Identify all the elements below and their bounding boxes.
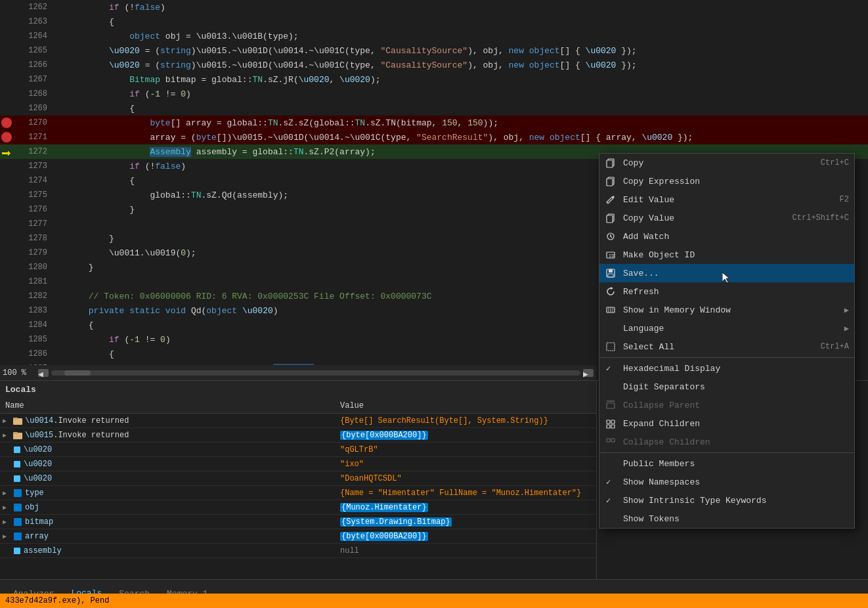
local-name-text-invoke1: \u0014.Invoke returned bbox=[25, 416, 129, 425]
menu-item-show-tokens[interactable]: Show Tokens bbox=[599, 510, 854, 528]
show-namespaces-label: Show Namespaces bbox=[623, 477, 849, 487]
expand-arrow-bitmap[interactable]: ▶ bbox=[3, 518, 11, 526]
line-content-1272: Assembly assembly = global::TN.sZ.P2(arr… bbox=[53, 147, 376, 157]
code-line-1270[interactable]: 1270 byte[] array = global::TN.sZ.sZ(glo… bbox=[0, 116, 868, 130]
local-row-u0020-1[interactable]: \u0020 "qGLTrB" bbox=[0, 443, 596, 457]
local-row-array[interactable]: ▶ array {byte[0x000BA200]} bbox=[0, 529, 596, 544]
scrollbar-thumb[interactable] bbox=[64, 370, 91, 376]
copy-expression-label: Copy Expression bbox=[623, 177, 849, 186]
expand-arrow-invoke1[interactable]: ▶ bbox=[3, 417, 11, 425]
code-line-1266[interactable]: 1266 \u0020 = (string)\u0015.~\u001D(\u0… bbox=[0, 58, 868, 72]
expand-arrow-type[interactable]: ▶ bbox=[3, 489, 11, 497]
local-row-assembly[interactable]: assembly null bbox=[0, 544, 596, 558]
show-intrinsic-label: Show Intrinsic Type Keywords bbox=[623, 496, 849, 506]
select-all-shortcut: Ctrl+A bbox=[821, 342, 849, 351]
line-content-1274: { bbox=[53, 176, 135, 186]
local-name-invoke1: ▶ \u0014.Invoke returned bbox=[0, 416, 335, 425]
menu-item-expand-children[interactable]: Expand Children bbox=[599, 414, 854, 433]
menu-item-edit-value[interactable]: Edit Value F2 bbox=[599, 190, 854, 209]
line-gutter-1275: 1275 bbox=[0, 190, 53, 200]
menu-item-show-in-memory[interactable]: Show in Memory Window ▶ bbox=[599, 301, 854, 319]
svg-rect-24 bbox=[609, 269, 613, 272]
local-name-type: ▶ type bbox=[0, 489, 335, 498]
menu-item-save[interactable]: Save... bbox=[599, 264, 854, 282]
code-line-1271[interactable]: 1271 array = (byte[])\u0015.~\u001D(\u00… bbox=[0, 130, 868, 144]
line-gutter-1279: 1279 bbox=[0, 248, 53, 257]
menu-separator-2 bbox=[599, 452, 854, 453]
code-line-1268[interactable]: 1268 if (-1 != 0) bbox=[0, 87, 868, 101]
local-row-invoke2[interactable]: ▶ \u0015.Invoke returned {byte[0x000BA20… bbox=[0, 428, 596, 443]
menu-item-add-watch[interactable]: Add Watch bbox=[599, 227, 854, 246]
refresh-icon bbox=[605, 286, 617, 297]
copy-label: Copy bbox=[623, 158, 810, 168]
svg-rect-9 bbox=[14, 518, 22, 526]
line-gutter-1274: 1274 bbox=[0, 176, 53, 185]
breakpoint-indicator-1271[interactable] bbox=[1, 132, 12, 142]
local-name-text-u0020-1: \u0020 bbox=[24, 445, 52, 454]
line-content-1267: Bitmap bitmap = global::TN.sZ.jR(\u0020,… bbox=[53, 75, 381, 85]
svg-rect-4 bbox=[14, 446, 20, 453]
breakpoint-indicator-1270[interactable] bbox=[1, 118, 12, 128]
menu-item-collapse-children: Collapse Children bbox=[599, 433, 854, 451]
collapse-parent-icon bbox=[605, 399, 617, 411]
local-row-invoke1[interactable]: ▶ \u0014.Invoke returned {Byte[] SearchR… bbox=[0, 414, 596, 428]
menu-item-show-namespaces[interactable]: ✓ Show Namespaces bbox=[599, 473, 854, 491]
collapse-children-label: Collapse Children bbox=[623, 437, 849, 447]
edit-value-icon bbox=[605, 194, 617, 206]
scroll-left-btn[interactable]: ◀ bbox=[38, 369, 49, 377]
menu-item-show-intrinsic[interactable]: ✓ Show Intrinsic Type Keywords bbox=[599, 491, 854, 510]
local-row-u0020-3[interactable]: \u0020 "DoanHQTCSDL" bbox=[0, 471, 596, 486]
local-name-text-u0020-2: \u0020 bbox=[24, 460, 52, 469]
menu-item-select-all[interactable]: Select All Ctrl+A bbox=[599, 337, 854, 356]
expand-arrow-obj[interactable]: ▶ bbox=[3, 504, 11, 511]
code-line-1263[interactable]: 1263 { bbox=[0, 14, 868, 29]
expand-children-icon bbox=[605, 418, 617, 429]
local-name-bitmap: ▶ bitmap bbox=[0, 517, 335, 527]
local-name-text-bitmap: bitmap bbox=[25, 517, 53, 527]
code-line-1264[interactable]: 1264 object obj = \u0013.\u001B(type); bbox=[0, 29, 868, 43]
select-all-label: Select All bbox=[623, 342, 810, 352]
code-line-1262[interactable]: 1262 if (!false) bbox=[0, 0, 868, 14]
digit-separators-label: Digit Separators bbox=[623, 382, 849, 392]
svg-rect-31 bbox=[607, 403, 615, 408]
menu-item-language[interactable]: Language ▶ bbox=[599, 319, 854, 337]
line-content-1284: { bbox=[53, 320, 94, 330]
make-object-id-icon: ID bbox=[605, 249, 617, 261]
scroll-right-btn[interactable]: ▶ bbox=[583, 369, 594, 377]
expand-arrow-array[interactable]: ▶ bbox=[3, 532, 11, 540]
line-gutter-1266: 1266 bbox=[0, 60, 53, 70]
line-content-1285: if (-1 != 0) bbox=[53, 335, 171, 345]
line-content-1282: // Token: 0x06000006 RID: 6 RVA: 0x00002… bbox=[53, 292, 432, 301]
menu-item-copy-value[interactable]: Copy Value Ctrl+Shift+C bbox=[599, 209, 854, 227]
svg-rect-13 bbox=[607, 160, 613, 167]
code-line-1267[interactable]: 1267 Bitmap bitmap = global::TN.sZ.jR(\u… bbox=[0, 72, 868, 87]
code-line-1269[interactable]: 1269 { bbox=[0, 101, 868, 116]
locals-columns: Name Value bbox=[0, 398, 596, 414]
line-content-1273: if (!false) bbox=[53, 162, 186, 171]
line-gutter-1277: 1277 bbox=[0, 219, 53, 228]
save-label: Save... bbox=[623, 269, 849, 278]
folder-icon-invoke1 bbox=[13, 416, 22, 425]
local-row-u0020-2[interactable]: \u0020 "ixo" bbox=[0, 457, 596, 471]
code-line-1265[interactable]: 1265 \u0020 = (string)\u0015.~\u001D(\u0… bbox=[0, 43, 868, 58]
svg-rect-1 bbox=[13, 418, 18, 420]
menu-item-make-object-id[interactable]: ID Make Object ID bbox=[599, 246, 854, 264]
menu-item-digit-separators[interactable]: Digit Separators bbox=[599, 378, 854, 396]
line-content-1271: array = (byte[])\u0015.~\u001D(\u0014.~\… bbox=[53, 133, 693, 142]
line-gutter-1286: 1286 bbox=[0, 349, 53, 358]
horizontal-scrollbar[interactable] bbox=[51, 370, 580, 376]
local-row-obj[interactable]: ▶ obj {Munoz.Himentater} bbox=[0, 500, 596, 515]
menu-item-public-members[interactable]: Public Members bbox=[599, 454, 854, 473]
menu-item-copy[interactable]: Copy Ctrl+C bbox=[599, 154, 854, 172]
line-gutter-1270: 1270 bbox=[0, 118, 53, 127]
local-value-u0020-1: "qGLTrB" bbox=[335, 445, 596, 454]
menu-item-hex-display[interactable]: ✓ Hexadecimal Display bbox=[599, 359, 854, 378]
zoom-label[interactable]: 100 % bbox=[3, 368, 35, 378]
memory-icon bbox=[605, 304, 617, 316]
locals-rows: ▶ \u0014.Invoke returned {Byte[] SearchR… bbox=[0, 414, 596, 558]
expand-arrow-invoke2[interactable]: ▶ bbox=[3, 431, 11, 439]
local-row-bitmap[interactable]: ▶ bitmap {System.Drawing.Bitmap} bbox=[0, 515, 596, 529]
menu-item-copy-expression[interactable]: Copy Expression bbox=[599, 172, 854, 190]
local-row-type[interactable]: ▶ type {Name = "Himentater" FullName = "… bbox=[0, 486, 596, 500]
menu-item-refresh[interactable]: Refresh bbox=[599, 282, 854, 301]
